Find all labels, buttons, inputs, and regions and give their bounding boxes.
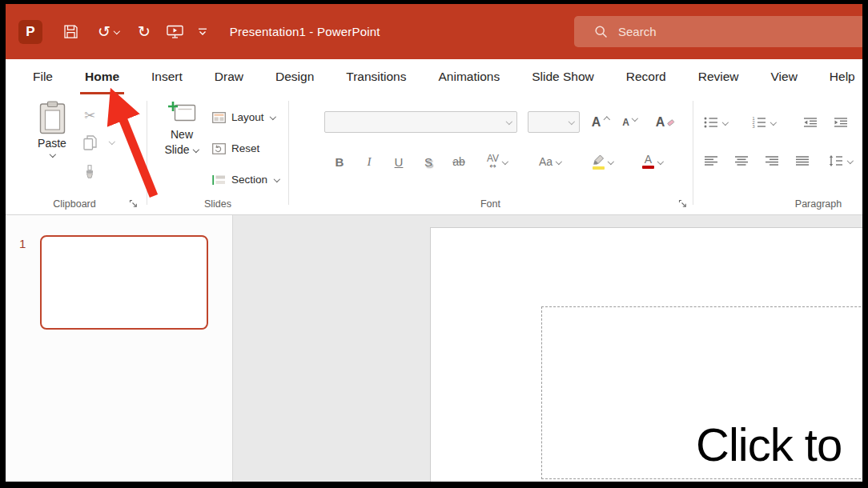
increase-indent-button[interactable] [834,112,848,133]
layout-button[interactable]: Layout [212,107,276,127]
tab-file[interactable]: File [17,59,69,94]
new-slide-button[interactable]: New Slide [155,101,209,156]
text-highlight-button[interactable] [584,150,622,173]
bullets-button[interactable] [704,112,728,133]
group-divider [147,101,147,205]
slideshow-icon [167,25,183,38]
bold-button[interactable]: B [328,150,352,173]
chevron-down-icon [193,147,199,153]
layout-icon [212,112,226,123]
format-painter-icon [84,165,95,179]
italic-letter: I [368,155,372,169]
dialog-launcher-icon [678,199,687,208]
redo-icon: ↻ [138,24,151,39]
reset-label: Reset [231,142,259,154]
line-spacing-button[interactable] [829,150,853,171]
align-left-button[interactable] [704,150,718,171]
numbering-button[interactable]: 123 [752,112,776,133]
copy-button[interactable] [79,132,100,153]
undo-button[interactable]: ↺ [98,24,111,39]
character-spacing-button[interactable]: AV ↔ [479,150,516,173]
tab-draw[interactable]: Draw [199,59,259,94]
decrease-indent-button[interactable] [803,112,818,133]
customize-toolbar-icon [198,28,207,36]
reset-button[interactable]: Reset [212,138,259,158]
powerpoint-window: P ↺ ↻ Presentation1 [6,4,862,482]
chevron-down-icon [569,119,575,125]
tab-help[interactable]: Help [814,59,862,94]
tab-insert[interactable]: Insert [135,59,199,94]
align-center-button[interactable] [734,150,749,171]
paste-button[interactable]: Paste [27,101,77,158]
change-case-button[interactable]: Aa [532,150,568,173]
clear-formatting-button[interactable]: A [649,111,681,134]
slide-thumbnail[interactable] [40,235,208,330]
group-divider [288,101,289,205]
redo-button[interactable]: ↻ [138,24,151,39]
text-shadow-button[interactable]: S [416,150,440,173]
tab-review[interactable]: Review [682,59,755,94]
change-case-letters: Aa [539,155,553,168]
font-color-bar [642,166,654,169]
scissors-icon: ✂ [84,109,95,122]
chevron-up-icon [603,116,609,122]
font-name-combobox[interactable] [324,111,517,133]
undo-icon: ↺ [98,24,111,39]
chevron-down-icon [657,159,663,165]
increase-indent-icon [834,117,848,128]
font-size-combobox[interactable] [528,111,580,133]
save-button[interactable] [63,24,78,39]
justify-button[interactable] [795,150,810,171]
tab-record[interactable]: Record [610,59,682,94]
customize-quick-access-button[interactable] [198,28,207,36]
font-dialog-launcher[interactable] [677,198,688,209]
shadow-letter: S [424,155,432,169]
align-right-button[interactable] [765,150,779,171]
chevron-down-icon [555,159,561,165]
tab-animations[interactable]: Animations [422,59,516,94]
tab-view[interactable]: View [755,59,814,94]
new-slide-label-line2: Slide [164,143,189,156]
undo-dropdown-chevron-icon[interactable] [114,29,120,34]
increase-font-size-button[interactable]: A [588,111,613,134]
italic-button[interactable]: I [357,150,381,173]
chevron-down-icon [632,116,638,122]
slides-group-label: Slides [147,198,289,210]
chevron-down-icon [506,119,512,125]
powerpoint-logo[interactable]: P [18,20,42,44]
tab-home[interactable]: Home [69,59,135,94]
character-spacing-icon: AV ↔ [487,154,499,170]
highlight-color-bar [593,166,605,170]
svg-text:3: 3 [753,124,755,128]
strikethrough-button[interactable]: ab [445,150,472,173]
line-spacing-icon [829,155,843,166]
undo-group: ↺ [98,24,120,39]
section-button[interactable]: Section [212,170,279,190]
copy-dropdown-chevron-icon[interactable] [108,139,115,145]
bold-letter: B [336,155,344,169]
chevron-down-icon [49,152,55,158]
format-painter-button[interactable] [79,162,100,182]
search-box[interactable]: Search [574,16,862,47]
justify-icon [795,155,810,166]
title-placeholder[interactable]: Click to [541,306,862,479]
font-group-label: Font [288,198,693,210]
font-color-button[interactable]: A [633,150,672,173]
tab-slide-show[interactable]: Slide Show [516,59,610,94]
new-slide-label-line1: New [171,128,193,141]
grow-font-letter: A [592,115,601,130]
cut-button[interactable]: ✂ [79,105,100,126]
font-color-icon: A [642,154,654,169]
shrink-font-letter: A [622,117,629,128]
decrease-font-size-button[interactable]: A [617,111,643,134]
underline-button[interactable]: U [387,150,411,173]
align-right-icon [765,155,779,166]
tab-design[interactable]: Design [259,59,330,94]
slide-canvas[interactable]: Click to [430,227,862,482]
tab-transitions[interactable]: Transitions [330,59,422,94]
logo-letter: P [26,24,34,40]
start-slideshow-button[interactable] [167,25,183,38]
chevron-down-icon [846,158,853,164]
clipboard-dialog-launcher[interactable] [127,198,139,209]
align-left-icon [704,155,718,166]
